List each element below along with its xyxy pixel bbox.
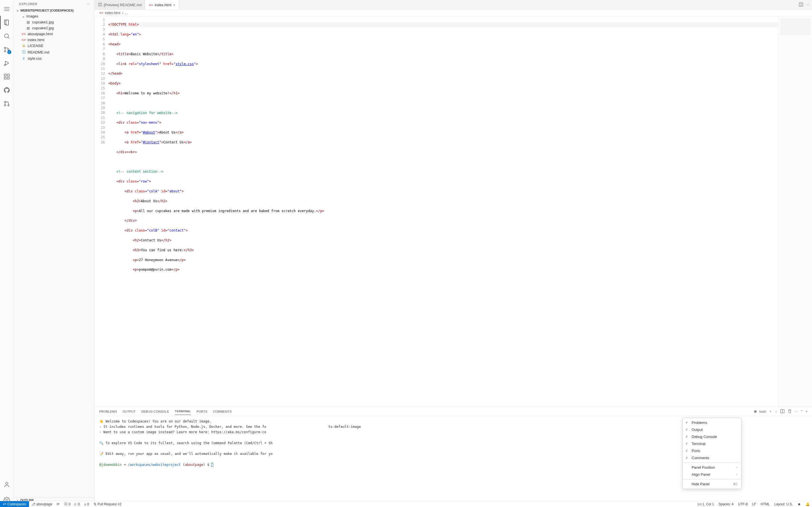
panel-context-menu: ✓Problems ✓Output ✓Debug Console ✓Termin… — [682, 418, 742, 489]
extensions-icon[interactable] — [0, 70, 13, 83]
maximize-panel-icon[interactable]: ⌃ — [801, 409, 803, 413]
svg-line-4 — [8, 37, 9, 39]
menu-item-debug[interactable]: ✓Debug Console — [682, 433, 741, 440]
new-terminal-icon[interactable]: ＋ — [769, 409, 772, 413]
terminal-line: 🔍 To explore VS Code to its fullest, sea… — [99, 441, 273, 445]
terminal-shell-icon: ▣ — [754, 409, 757, 413]
terminal-dropdown-icon[interactable]: ⌄ — [775, 409, 777, 413]
file-cupcake2[interactable]: ▦cupcake2.jpg — [13, 25, 94, 31]
menu-item-ports[interactable]: ✓Ports — [682, 447, 741, 454]
github-icon[interactable] — [0, 83, 13, 97]
svg-point-3 — [4, 34, 8, 38]
sb-problems[interactable]: ⓧ0 ⚠0 — [62, 501, 82, 507]
sb-cursor-position[interactable]: Ln 1, Col 1 — [695, 502, 716, 506]
file-index[interactable]: <>index.html — [13, 37, 94, 43]
prompt-paren: ) — [203, 463, 207, 467]
sb-spaces[interactable]: Spaces: 4 — [716, 502, 735, 506]
html-file-icon: <> — [21, 38, 26, 42]
panel-more-icon[interactable]: ··· — [795, 410, 797, 413]
folder-images[interactable]: ⌄images — [13, 13, 94, 19]
status-bar: ⮂Codespaces ⎇aboutpage ⟳ ⓧ0 ⚠0 ⩍0 ⇅Pull … — [0, 501, 812, 507]
sb-ports[interactable]: ⩍0 — [82, 501, 91, 507]
accounts-icon[interactable] — [0, 478, 13, 491]
file-label: style.css — [28, 56, 42, 61]
prompt-symbol: $ — [207, 463, 211, 467]
sb-eol[interactable]: LF — [750, 502, 758, 506]
chevron-right-icon: › — [737, 466, 737, 469]
sidebar-more-icon[interactable]: ··· — [87, 2, 90, 6]
activity-bar: 1 — [0, 0, 13, 507]
file-style[interactable]: #style.css — [13, 55, 94, 61]
file-label: LICENSE — [28, 44, 43, 48]
pull-requests-icon[interactable] — [0, 97, 13, 110]
menu-item-comments[interactable]: ✓Comments — [682, 454, 741, 461]
more-icon[interactable]: ··· — [806, 2, 809, 8]
menu-item-hide-panel[interactable]: Hide Panel⌘J — [682, 481, 741, 488]
breadcrumb[interactable]: <> index.html › ... — [95, 10, 812, 16]
folder-label: images — [27, 14, 38, 18]
sb-pull-request[interactable]: ⇅Pull Request #2 — [91, 501, 124, 507]
menu-item-terminal[interactable]: ✓Terminal — [682, 440, 741, 447]
sb-label: Pull Request #2 — [98, 502, 121, 506]
editor-tabs: [Preview] README.md <> index.html × ··· — [95, 0, 812, 10]
html-file-icon: <> — [99, 11, 103, 15]
sb-encoding[interactable]: UTF-8 — [736, 502, 750, 506]
minimap[interactable] — [778, 16, 812, 407]
info-file-icon: ⓘ — [21, 50, 26, 55]
split-terminal-icon[interactable] — [780, 409, 784, 414]
menu-label: Output — [692, 428, 703, 432]
tab-index-html[interactable]: <> index.html × — [145, 0, 179, 10]
svg-rect-13 — [7, 74, 9, 76]
menu-label: Problems — [692, 420, 707, 425]
kill-terminal-icon[interactable] — [788, 409, 792, 414]
panel-tab-debug[interactable]: DEBUG CONSOLE — [141, 408, 169, 415]
sb-codespaces[interactable]: ⮂Codespaces — [0, 501, 29, 507]
line-gutter: 1234567891011121314151617181920212223242… — [95, 16, 108, 407]
code-content[interactable]: <!DOCTYPE html> <html lang="en"> <head> … — [108, 16, 778, 407]
sb-branch[interactable]: ⎇aboutpage — [29, 501, 55, 507]
panel-tab-output[interactable]: OUTPUT — [123, 408, 136, 415]
image-file-icon: ▦ — [26, 26, 31, 30]
sb-sync[interactable]: ⟳ — [54, 501, 62, 507]
explorer-icon[interactable] — [0, 16, 13, 29]
bottom-panel: PROBLEMS OUTPUT DEBUG CONSOLE TERMINAL P… — [95, 407, 812, 507]
tab-preview-readme[interactable]: [Preview] README.md — [95, 0, 145, 10]
menu-item-problems[interactable]: ✓Problems — [682, 419, 741, 426]
file-label: index.html — [28, 38, 44, 42]
panel-tab-problems[interactable]: PROBLEMS — [99, 408, 117, 415]
search-icon[interactable] — [0, 29, 13, 43]
error-icon: ⓧ — [64, 502, 67, 506]
sb-label: 0 — [68, 502, 70, 506]
sb-language[interactable]: HTML — [758, 502, 772, 506]
panel-tab-terminal[interactable]: TERMINAL — [175, 408, 191, 415]
project-section[interactable]: ⌄ WEBSITEPROJECT [CODESPACES] — [13, 8, 94, 13]
svg-point-17 — [6, 482, 8, 485]
check-icon: ✓ — [686, 456, 689, 460]
code-editor[interactable]: 1234567891011121314151617181920212223242… — [95, 16, 812, 407]
sb-layout[interactable]: Layout: U.S. — [772, 502, 795, 506]
menu-item-output[interactable]: ✓Output — [682, 426, 741, 433]
scm-badge: 1 — [7, 50, 11, 54]
file-aboutpage[interactable]: <>aboutpage.html — [13, 31, 94, 37]
explorer-sidebar: EXPLORER ··· ⌄ WEBSITEPROJECT [CODESPACE… — [13, 0, 95, 507]
file-cupcake1[interactable]: ▦cupcake1.jpg — [13, 19, 94, 25]
menu-icon[interactable] — [0, 2, 13, 16]
chevron-right-icon: › — [737, 473, 737, 476]
check-icon: ✓ — [686, 442, 689, 446]
run-debug-icon[interactable] — [0, 56, 13, 70]
split-editor-icon[interactable] — [799, 2, 803, 8]
sb-label: aboutpage — [36, 502, 52, 506]
menu-item-panel-position[interactable]: Panel Position› — [682, 464, 741, 471]
close-panel-icon[interactable]: × — [806, 410, 808, 413]
file-readme[interactable]: ⓘREADME.md — [13, 49, 94, 55]
source-control-icon[interactable]: 1 — [0, 43, 13, 56]
panel-tab-comments[interactable]: COMMENTS — [213, 408, 232, 415]
panel-tab-ports[interactable]: PORTS — [197, 408, 207, 415]
terminal-shell-label[interactable]: bash — [760, 410, 766, 413]
radio-tower-icon: ⩍ — [84, 502, 86, 506]
sb-feedback-icon[interactable]: ☻ — [795, 502, 803, 506]
close-icon[interactable]: × — [173, 3, 175, 7]
file-license[interactable]: ⊜LICENSE — [13, 43, 94, 49]
menu-item-align-panel[interactable]: Align Panel› — [682, 471, 741, 478]
sb-notifications-icon[interactable]: 🔔 — [803, 502, 812, 506]
